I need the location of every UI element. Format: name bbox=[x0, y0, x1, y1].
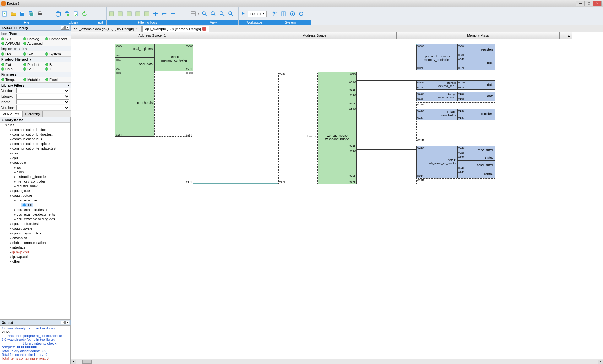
filter-option[interactable]: Product bbox=[23, 63, 45, 67]
help-icon[interactable] bbox=[280, 10, 288, 18]
collapse-icon[interactable]: ▴ bbox=[68, 83, 69, 87]
block-default-spi[interactable]: 0220 default wb_slave_spi_master 0241 bbox=[416, 146, 457, 178]
pointer-icon[interactable] bbox=[239, 10, 247, 18]
tree-item[interactable]: ▾tut.fi bbox=[5, 123, 70, 127]
tree-item[interactable]: ▸cpu_example.design bbox=[5, 207, 70, 212]
db2-icon[interactable] bbox=[63, 10, 71, 18]
tree-item[interactable]: ▸examples bbox=[5, 236, 70, 240]
filter2-icon[interactable] bbox=[116, 10, 124, 18]
saveall-icon[interactable] bbox=[27, 10, 35, 18]
tree-item[interactable]: ▸communication.bridge.test bbox=[5, 132, 70, 137]
block-storage-1[interactable]: 00A0 storage external_me... 011F bbox=[416, 80, 457, 90]
column-address-space-1[interactable]: Address Space_1 bbox=[71, 32, 233, 39]
filter5-icon[interactable] bbox=[143, 10, 151, 18]
tree-item[interactable]: ▸communication.template bbox=[5, 142, 70, 146]
close-tab-icon[interactable]: ✕ bbox=[202, 27, 206, 31]
new-icon[interactable] bbox=[1, 10, 9, 18]
zoomreset-icon[interactable] bbox=[227, 10, 235, 18]
tree-item[interactable]: ▸cpu.subsystem.test bbox=[5, 231, 70, 236]
dock-output-icon[interactable]: □ bbox=[61, 321, 65, 324]
tree-item[interactable]: ▸cpu_example.documents bbox=[5, 212, 70, 217]
filter-option[interactable]: SW bbox=[23, 52, 45, 56]
filter3-icon[interactable] bbox=[125, 10, 133, 18]
filter-option[interactable]: IP bbox=[45, 67, 67, 71]
filter-option[interactable]: Bus bbox=[1, 37, 23, 41]
db-icon[interactable] bbox=[54, 10, 62, 18]
filter-option[interactable]: SoC bbox=[23, 67, 45, 71]
block-data-1[interactable]: 0040 data 007F bbox=[457, 57, 495, 70]
filter8-icon[interactable] bbox=[169, 10, 177, 18]
tab-vlnv-tree[interactable]: VLNV Tree bbox=[0, 111, 23, 117]
block-data-2[interactable]: 00A0 data 011F bbox=[457, 80, 495, 90]
dock-icon[interactable]: □ bbox=[61, 26, 65, 30]
tree-item[interactable]: ▸ip.swp.api bbox=[5, 254, 70, 259]
add-column-button[interactable] bbox=[560, 32, 566, 39]
minimize-button[interactable]: — bbox=[576, 1, 585, 6]
block-data-3[interactable]: 0120 data 019F bbox=[457, 92, 495, 101]
zoomin-icon[interactable] bbox=[200, 10, 209, 18]
tree-item[interactable]: ▸clock bbox=[5, 170, 70, 174]
close-tab-icon[interactable]: ✕ bbox=[135, 27, 139, 31]
tree-item[interactable]: ▸communication.template.test bbox=[5, 146, 70, 151]
info-icon[interactable] bbox=[288, 10, 296, 18]
column-address-space[interactable]: Address Space bbox=[233, 32, 396, 39]
filter-select[interactable] bbox=[16, 94, 69, 99]
block-status[interactable]: 0230 status bbox=[457, 155, 495, 161]
tree-item[interactable]: ▸communication.bus bbox=[5, 137, 70, 142]
tree-item[interactable]: ▸cpu.subsystem bbox=[5, 226, 70, 231]
tab-hw-design[interactable]: cpu_example.design (1.0) [HW Design]✕ bbox=[71, 26, 142, 32]
filter-option[interactable]: Template bbox=[1, 78, 23, 82]
filter7-icon[interactable] bbox=[160, 10, 168, 18]
block-recv-buffer[interactable]: 0220 recv_buffer 022F bbox=[457, 146, 495, 155]
filter-option[interactable]: Catalog bbox=[23, 37, 45, 41]
tree-item[interactable]: ▾cpu.logic bbox=[5, 160, 70, 165]
filter-option[interactable]: Component bbox=[45, 37, 67, 41]
tree-item[interactable]: ▸register_bank bbox=[5, 184, 70, 189]
block-registers-2[interactable]: 0180 registers 0187 bbox=[457, 109, 495, 120]
close-panel-icon[interactable]: ✕ bbox=[65, 26, 69, 30]
library-tree[interactable]: Library items ▾tut.fi▸communication.brid… bbox=[0, 117, 71, 319]
filter4-icon[interactable] bbox=[134, 10, 142, 18]
zoomfit-icon[interactable] bbox=[218, 10, 226, 18]
tree-item[interactable]: ▸interface bbox=[5, 245, 70, 250]
filter-select[interactable] bbox=[16, 105, 69, 110]
tree-item[interactable]: ▸cpu bbox=[5, 156, 70, 160]
tree-item[interactable]: ▸memory_controller bbox=[5, 179, 70, 184]
tree-item[interactable]: 🔷 1.0 bbox=[5, 203, 70, 207]
tree-item[interactable]: ▸global.communication bbox=[5, 240, 70, 245]
memory-design-canvas[interactable]: 0000 local_registers 003F 0040 local_dat… bbox=[71, 39, 603, 359]
filter-option[interactable]: Board bbox=[45, 63, 67, 67]
print-icon[interactable] bbox=[36, 10, 44, 18]
block-registers-1[interactable]: 0000 registers 003F bbox=[457, 44, 495, 57]
tree-item[interactable]: ▾cpu.structure bbox=[5, 193, 70, 198]
tree-item[interactable]: ▸instruction_decoder bbox=[5, 174, 70, 179]
tree-item[interactable]: ▸alu bbox=[5, 165, 70, 170]
tree-item[interactable]: ▸ip.hwp.cpu bbox=[5, 250, 70, 254]
filter1-icon[interactable] bbox=[107, 10, 116, 18]
power-icon[interactable] bbox=[297, 10, 305, 18]
block-storage-2[interactable]: 0120 storage external_me... 019F bbox=[416, 92, 457, 101]
vscroll-up[interactable]: ▴ bbox=[566, 32, 572, 39]
close-output-icon[interactable]: ✕ bbox=[65, 321, 69, 324]
block-control[interactable]: 0241 control bbox=[457, 170, 495, 178]
save-icon[interactable] bbox=[18, 10, 26, 18]
filter-option[interactable]: Mutable bbox=[23, 78, 45, 82]
refresh-icon[interactable] bbox=[80, 10, 89, 18]
block-default-mc[interactable]: 0000 default memory_controller 007F bbox=[154, 44, 193, 71]
filter-option[interactable]: Fixed bbox=[45, 78, 67, 82]
block-local-data[interactable]: 0040 local_data 007F bbox=[115, 58, 154, 71]
clipboard-icon[interactable] bbox=[72, 10, 80, 18]
tree-item[interactable]: ▸cpu.logic.test bbox=[5, 189, 70, 193]
block-cpu-local-memory[interactable]: 0000 cpu_local_memory memory_controller … bbox=[416, 44, 457, 70]
edit-icon[interactable] bbox=[95, 10, 103, 18]
column-memory-maps[interactable]: Memory Maps bbox=[396, 32, 560, 39]
tab-memory-design[interactable]: cpu_example (1.0) [Memory Design]✕ bbox=[142, 26, 209, 32]
filter-option[interactable]: Chip bbox=[1, 67, 23, 71]
open-icon[interactable] bbox=[9, 10, 18, 18]
maximize-button[interactable]: ▢ bbox=[584, 1, 593, 6]
filter6-icon[interactable] bbox=[151, 10, 160, 18]
filter-option[interactable]: Advanced bbox=[23, 41, 45, 45]
close-button[interactable]: ✕ bbox=[593, 1, 602, 6]
tree-item[interactable]: ▾cpu_example bbox=[5, 198, 70, 203]
block-local-registers[interactable]: 0000 local_registers 003F bbox=[115, 44, 154, 58]
